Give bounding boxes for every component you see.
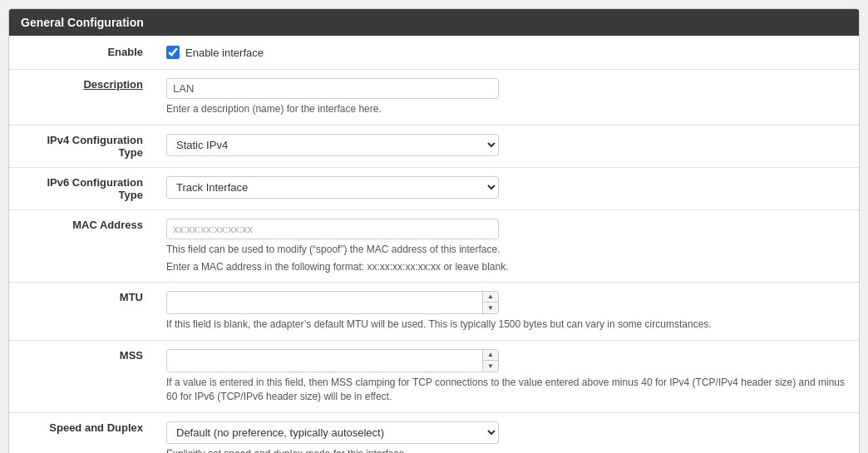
mtu-input[interactable] [167, 293, 482, 313]
description-content: Enter a description (name) for the inter… [155, 70, 859, 126]
mss-spinner-wrapper: ▲ ▼ [166, 349, 499, 372]
mac-address-label: MAC Address [9, 209, 155, 283]
mss-label: MSS [9, 341, 155, 413]
ipv4-config-select[interactable]: Static IPv4 DHCP None [166, 134, 499, 156]
enable-content: Enable interface [155, 36, 859, 70]
mtu-hint: If this field is blank, the adapter’s de… [166, 318, 847, 332]
enable-row: Enable Enable interface [9, 36, 859, 70]
ipv6-config-select[interactable]: Track Interface Static IPv6 DHCP6 None [166, 176, 499, 199]
mac-address-row: MAC Address This field can be used to mo… [9, 209, 859, 283]
mss-decrement-button[interactable]: ▼ [483, 361, 498, 372]
ipv6-config-content: Track Interface Static IPv6 DHCP6 None [155, 167, 859, 209]
description-label: Description [9, 70, 155, 126]
enable-checkbox-wrapper: Enable interface [166, 46, 847, 59]
ipv6-config-label: IPv6 Configuration Type [9, 167, 155, 209]
description-input[interactable] [166, 78, 499, 99]
mss-spinner-buttons: ▲ ▼ [482, 350, 498, 372]
mtu-increment-button[interactable]: ▲ [483, 292, 498, 303]
mtu-decrement-button[interactable]: ▼ [483, 303, 498, 313]
speed-duplex-content: Default (no preference, typically autose… [155, 412, 859, 453]
description-hint: Enter a description (name) for the inter… [166, 102, 847, 116]
general-configuration-panel: General Configuration Enable Enable inte… [8, 8, 860, 453]
mss-content: ▲ ▼ If a value is entered in this field,… [155, 341, 859, 413]
enable-label: Enable [9, 36, 155, 70]
mtu-spinner-buttons: ▲ ▼ [482, 292, 498, 313]
ipv4-config-row: IPv4 Configuration Type Static IPv4 DHCP… [9, 125, 859, 167]
form-table: Enable Enable interface Description Ente… [9, 36, 859, 453]
speed-duplex-select[interactable]: Default (no preference, typically autose… [166, 421, 499, 444]
mtu-label: MTU [9, 283, 155, 341]
mss-row: MSS ▲ ▼ If a value is entered in this fi… [9, 341, 859, 413]
mss-increment-button[interactable]: ▲ [483, 350, 498, 361]
ipv6-config-row: IPv6 Configuration Type Track Interface … [9, 167, 859, 209]
mss-hint: If a value is entered in this field, the… [166, 376, 847, 404]
mac-address-input[interactable] [166, 219, 499, 239]
enable-checkbox[interactable] [166, 46, 180, 59]
ipv4-config-content: Static IPv4 DHCP None [155, 125, 859, 167]
mtu-spinner-wrapper: ▲ ▼ [166, 291, 499, 314]
mac-address-hint1: This field can be used to modify (“spoof… [166, 243, 847, 257]
speed-duplex-hint1: Explicitly set speed and duplex mode for… [166, 447, 847, 453]
mac-address-content: This field can be used to modify (“spoof… [155, 209, 859, 283]
speed-duplex-row: Speed and Duplex Default (no preference,… [9, 412, 859, 453]
panel-header: General Configuration [9, 9, 859, 36]
mtu-content: ▲ ▼ If this field is blank, the adapter’… [155, 283, 859, 341]
ipv4-config-label: IPv4 Configuration Type [9, 125, 155, 167]
mtu-row: MTU ▲ ▼ If this field is blank, the adap… [9, 283, 859, 341]
mac-address-hint2: Enter a MAC address in the following for… [166, 260, 847, 274]
enable-checkbox-label: Enable interface [185, 47, 264, 59]
description-row: Description Enter a description (name) f… [9, 70, 859, 126]
mss-input[interactable] [167, 352, 482, 371]
speed-duplex-label: Speed and Duplex [9, 412, 155, 453]
